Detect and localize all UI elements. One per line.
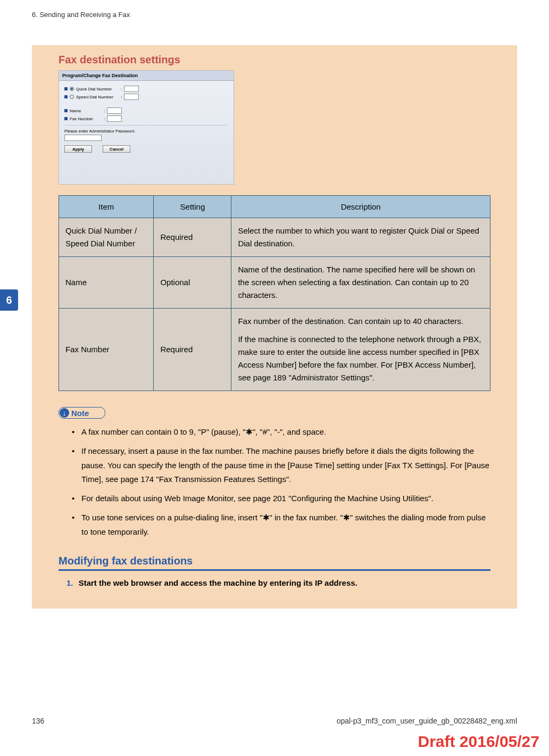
list-item: If necessary, insert a pause in the fax … bbox=[72, 444, 490, 486]
speed-dial-select[interactable] bbox=[124, 94, 139, 100]
cell-setting: Required bbox=[154, 218, 231, 257]
notes-list: A fax number can contain 0 to 9, "P" (pa… bbox=[72, 425, 490, 539]
quick-dial-select[interactable] bbox=[124, 86, 139, 92]
subsection-title: Modifying fax destinations bbox=[59, 555, 490, 567]
settings-screenshot: Program/Change Fax Destination Quick Dia… bbox=[59, 70, 234, 185]
list-item: To use tone services on a pulse-dialing … bbox=[72, 511, 490, 539]
radio-quick-dial[interactable] bbox=[70, 87, 74, 91]
cell-description: Select the number to which you want to r… bbox=[231, 218, 490, 257]
cancel-button[interactable]: Cancel bbox=[103, 145, 130, 153]
draft-stamp: Draft 2016/05/27 bbox=[418, 733, 540, 751]
heading-rule bbox=[59, 569, 490, 571]
note-badge: ↓ Note bbox=[59, 407, 105, 419]
name-label: Name bbox=[70, 109, 102, 113]
speed-dial-label: Speed Dial Number bbox=[76, 95, 119, 99]
source-path: opal-p3_mf3_com_user_guide_gb_00228482_e… bbox=[337, 717, 517, 725]
list-item: A fax number can contain 0 to 9, "P" (pa… bbox=[72, 425, 490, 439]
col-item: Item bbox=[59, 196, 154, 218]
cell-item: Quick Dial Number / Speed Dial Number bbox=[59, 218, 154, 257]
col-description: Description bbox=[231, 196, 490, 218]
bullet-icon bbox=[64, 87, 68, 90]
step-number: 1. bbox=[66, 578, 73, 587]
section-title: Fax destination settings bbox=[59, 54, 517, 66]
faxnum-input[interactable] bbox=[107, 115, 122, 122]
bullet-icon bbox=[64, 117, 68, 120]
bullet-icon bbox=[64, 95, 68, 98]
content-area: Fax destination settings Program/Change … bbox=[32, 45, 517, 609]
note-label: Note bbox=[71, 409, 89, 418]
cell-description: Fax number of the destination. Can conta… bbox=[231, 309, 490, 391]
running-head: 6. Sending and Receiving a Fax bbox=[32, 11, 549, 19]
radio-speed-dial[interactable] bbox=[70, 95, 74, 99]
step-1: 1. Start the web browser and access the … bbox=[66, 578, 490, 587]
cell-item: Name bbox=[59, 257, 154, 309]
cell-setting: Optional bbox=[154, 257, 231, 309]
page: 6. Sending and Receiving a Fax 6 Fax des… bbox=[0, 0, 549, 756]
down-arrow-icon: ↓ bbox=[60, 408, 69, 418]
admin-pw-input[interactable] bbox=[64, 135, 102, 141]
name-input[interactable] bbox=[107, 107, 122, 114]
faxnum-label: Fax Number bbox=[70, 117, 102, 121]
col-setting: Setting bbox=[154, 196, 231, 218]
bullet-icon bbox=[64, 109, 68, 112]
cell-description: Name of the destination. The name specif… bbox=[231, 257, 490, 309]
screenshot-title: Program/Change Fax Destination bbox=[59, 71, 234, 81]
page-footer: 136 opal-p3_mf3_com_user_guide_gb_002284… bbox=[32, 717, 517, 725]
admin-pw-label: Please enter Administrator Password. bbox=[64, 129, 228, 134]
chapter-tab: 6 bbox=[0, 289, 18, 311]
step-text: Start the web browser and access the mac… bbox=[79, 578, 357, 587]
list-item: For details about using Web Image Monito… bbox=[72, 492, 490, 505]
table-row: Fax NumberRequiredFax number of the dest… bbox=[59, 309, 490, 391]
quick-dial-label: Quick Dial Number bbox=[76, 87, 119, 92]
settings-table: Item Setting Description Quick Dial Numb… bbox=[59, 195, 490, 391]
cell-item: Fax Number bbox=[59, 309, 154, 391]
table-row: NameOptionalName of the destination. The… bbox=[59, 257, 490, 309]
cell-setting: Required bbox=[154, 309, 231, 391]
table-row: Quick Dial Number / Speed Dial NumberReq… bbox=[59, 218, 490, 257]
apply-button[interactable]: Apply bbox=[64, 145, 92, 153]
table-header-row: Item Setting Description bbox=[59, 196, 490, 218]
page-number: 136 bbox=[32, 717, 44, 725]
